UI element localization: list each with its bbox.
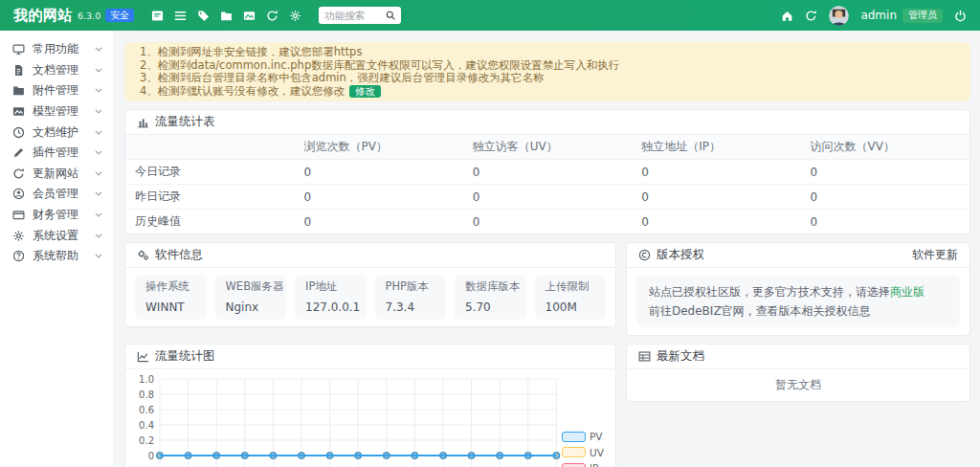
info-tile-webserver: WEB服务器Nginx	[215, 275, 287, 320]
commercial-version-link[interactable]: 商业版	[890, 285, 924, 299]
logout-power-icon[interactable]	[954, 10, 967, 22]
tile-value: 127.0.0.1	[305, 301, 356, 314]
tile-value: Nginx	[226, 301, 277, 314]
sidebar-item-system-help[interactable]: 系统帮助	[0, 246, 113, 267]
legend-item-pv[interactable]: PV	[562, 431, 608, 442]
fix-account-button[interactable]: 修改	[349, 85, 381, 98]
cell-value: 0	[294, 185, 462, 210]
sidebar-item-common-functions[interactable]: 常用功能	[0, 39, 113, 60]
clock-icon	[12, 126, 25, 139]
sidebar-item-label: 文档维护	[33, 124, 78, 141]
folder-icon[interactable]	[220, 10, 233, 22]
card-title: 流量统计表	[155, 114, 215, 130]
software-info-tiles: 操作系统WINNT WEB服务器Nginx IP地址127.0.0.1 PHP版…	[125, 268, 615, 326]
svg-text:0: 0	[148, 451, 154, 461]
function-search[interactable]	[319, 7, 401, 24]
gear-icon	[12, 230, 25, 242]
license-line-2: 前往DedeBIZ官网，查看版本相关授权信息	[649, 304, 947, 318]
row-label: 历史峰值	[125, 210, 294, 234]
info-tile-upload-limit: 上传限制100M	[535, 275, 607, 320]
license-text: 站点已授权社区版，更多官方技术支持，请选择	[649, 285, 890, 299]
table-icon	[638, 350, 651, 363]
top-header-bar: 我的网站 6.3.0 安全 admin 管理员	[0, 0, 980, 31]
header-shortcut-icons	[151, 10, 301, 22]
pen-icon	[12, 146, 25, 159]
images-icon[interactable]	[243, 10, 256, 22]
sidebar-toggle-icon[interactable]	[151, 10, 164, 22]
notice-line: 4、检测到默认账号没有修改，建议您修改修改	[140, 85, 955, 99]
sidebar-item-finance-management[interactable]: 财务管理	[0, 205, 113, 226]
info-tile-ip: IP地址127.0.0.1	[295, 275, 367, 320]
gear-icon[interactable]	[289, 10, 301, 22]
legend-label: IP	[590, 462, 598, 467]
card-title: 软件信息	[155, 247, 203, 263]
bar-chart-icon	[137, 116, 149, 128]
chevron-down-icon	[95, 109, 102, 114]
svg-text:0.6: 0.6	[139, 405, 154, 415]
security-badge[interactable]: 安全	[105, 9, 134, 22]
legend-item-uv[interactable]: UV	[562, 447, 608, 458]
sidebar-item-attachment-management[interactable]: 附件管理	[0, 80, 113, 101]
card-title: 流量统计图	[155, 348, 215, 365]
docs-empty-state: 暂无文档	[627, 369, 969, 401]
svg-text:0.2: 0.2	[139, 435, 154, 446]
sidebar-item-label: 会员管理	[33, 186, 78, 202]
tag-icon[interactable]	[197, 10, 210, 22]
images-icon	[12, 105, 25, 118]
folder-icon	[12, 84, 25, 97]
cell-value: 0	[294, 160, 462, 185]
username-label[interactable]: admin	[860, 9, 897, 22]
tile-label: WEB服务器	[226, 280, 277, 293]
card-header: 流量统计表	[125, 110, 969, 135]
sidebar-item-label: 模型管理	[33, 103, 78, 120]
svg-text:0.8: 0.8	[139, 389, 154, 400]
chevron-down-icon	[95, 191, 102, 196]
card-title: 版本授权	[657, 247, 704, 263]
sidebar-nav: 常用功能 文档管理 附件管理 模型管理 文档维护 插件管理 更新网站 会员管理 …	[0, 31, 113, 467]
chevron-down-icon	[95, 212, 102, 217]
traffic-chart-card: 流量统计图 1.00.80.60.40.20-0.2-0.4-0.6-0.8-1…	[124, 344, 616, 467]
info-tile-os: 操作系统WINNT	[135, 275, 207, 320]
chevron-down-icon	[95, 171, 102, 176]
legend-swatch	[562, 463, 586, 467]
sidebar-item-member-management[interactable]: 会员管理	[0, 184, 113, 205]
sidebar-item-update-site[interactable]: 更新网站	[0, 164, 113, 185]
col-header-vv: 访问次数（VV）	[801, 135, 969, 160]
card-header: 最新文档	[627, 345, 969, 369]
sidebar-item-document-management[interactable]: 文档管理	[0, 60, 113, 81]
search-icon[interactable]	[386, 11, 395, 20]
software-update-link[interactable]: 软件更新	[912, 247, 958, 263]
license-line-1: 站点已授权社区版，更多官方技术支持，请选择商业版	[649, 285, 947, 299]
table-row-today: 今日记录 0 0 0 0	[125, 160, 969, 185]
sidebar-item-label: 系统设置	[33, 228, 78, 244]
chart-area: 1.00.80.60.40.20-0.2-0.4-0.6-0.8-1.0 PVU…	[125, 369, 615, 467]
legend-item-ip[interactable]: IP	[562, 462, 608, 467]
search-input[interactable]	[324, 10, 382, 21]
person-icon	[12, 188, 25, 200]
chevron-down-icon	[95, 88, 102, 93]
sidebar-item-model-management[interactable]: 模型管理	[0, 101, 113, 122]
row-label: 今日记录	[125, 160, 294, 185]
svg-text:1.0: 1.0	[139, 374, 154, 385]
sidebar-item-system-settings[interactable]: 系统设置	[0, 225, 113, 246]
refresh-icon[interactable]	[266, 10, 278, 22]
sidebar-item-plugin-management[interactable]: 插件管理	[0, 143, 113, 164]
notice-text: 4、检测到默认账号没有修改，建议您修改	[140, 85, 345, 98]
main-content: 1、检测到网址非安全链接，建议您部署https 2、检测到data/common…	[113, 31, 980, 467]
role-badge: 管理员	[902, 9, 943, 23]
tile-value: WINNT	[145, 301, 196, 314]
software-info-card: 软件信息 操作系统WINNT WEB服务器Nginx IP地址127.0.0.1…	[124, 242, 616, 327]
home-icon[interactable]	[781, 10, 793, 22]
user-avatar[interactable]	[829, 6, 849, 26]
tile-value: 7.3.4	[386, 301, 436, 314]
tile-label: 上传限制	[546, 280, 596, 293]
menu-list-icon[interactable]	[174, 10, 187, 22]
site-logo[interactable]: 我的网站	[13, 7, 73, 25]
sidebar-item-document-maintenance[interactable]: 文档维护	[0, 122, 113, 143]
card-header: 版本授权 软件更新	[627, 243, 969, 268]
chevron-down-icon	[95, 150, 102, 155]
sidebar-item-label: 财务管理	[33, 207, 78, 223]
reload-icon[interactable]	[805, 10, 817, 22]
sidebar-item-label: 附件管理	[33, 82, 78, 99]
legend-swatch	[562, 432, 586, 442]
